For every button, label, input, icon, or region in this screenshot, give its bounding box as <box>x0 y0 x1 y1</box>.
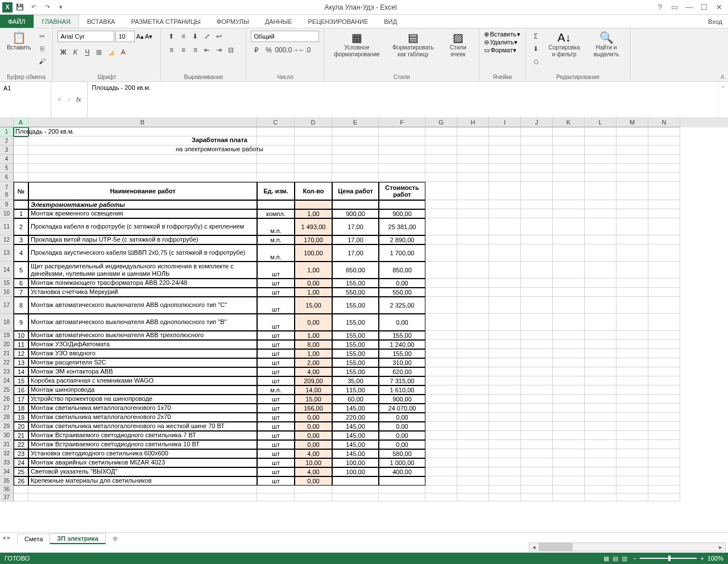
row-header[interactable]: 20 <box>0 340 14 349</box>
cell[interactable]: 0,00 <box>379 422 425 431</box>
cell[interactable] <box>553 182 585 200</box>
percent-icon[interactable]: % <box>263 44 274 56</box>
cell[interactable]: шт <box>257 431 295 440</box>
fill-color-button[interactable]: ◢ <box>105 47 117 58</box>
view-page-layout-icon[interactable]: ▤ <box>613 555 618 562</box>
cell[interactable] <box>585 476 617 486</box>
cell[interactable]: Монтаж расцепителя S2C <box>28 358 257 367</box>
cell[interactable]: шт <box>257 467 295 476</box>
increase-indent-icon[interactable]: ⇥ <box>213 44 225 56</box>
cell[interactable]: Монтаж автоматического выключателя АВВ о… <box>28 314 257 331</box>
cell[interactable]: 220,00 <box>332 413 379 422</box>
cell[interactable] <box>425 376 457 385</box>
underline-button[interactable]: Ч <box>81 47 93 58</box>
cell[interactable] <box>648 376 680 385</box>
cell[interactable] <box>425 182 457 200</box>
cell[interactable] <box>617 404 648 413</box>
cell[interactable]: шт <box>257 331 295 340</box>
cell[interactable]: шт <box>257 449 295 458</box>
cell[interactable] <box>457 136 489 146</box>
cell[interactable] <box>553 218 585 235</box>
cell[interactable] <box>28 173 257 182</box>
cell[interactable] <box>617 209 648 218</box>
cell[interactable] <box>425 467 457 476</box>
cell[interactable]: 0,00 <box>295 440 332 449</box>
formula-input[interactable]: Площадь - 200 кв.м. <box>88 82 718 117</box>
cell[interactable] <box>425 200 457 209</box>
cell[interactable]: 100,00 <box>332 458 379 467</box>
col-header[interactable]: I <box>489 117 521 127</box>
cell[interactable] <box>489 358 521 367</box>
cell[interactable] <box>521 367 553 376</box>
cell[interactable] <box>617 262 648 279</box>
cell[interactable] <box>14 486 28 494</box>
cell[interactable]: 1 000,00 <box>379 458 425 467</box>
cell[interactable] <box>489 155 521 164</box>
cell[interactable] <box>585 279 617 288</box>
cell[interactable] <box>457 209 489 218</box>
cell[interactable] <box>28 164 257 173</box>
cell[interactable] <box>648 164 680 173</box>
cell[interactable]: 16 <box>14 385 28 395</box>
col-header[interactable]: D <box>295 117 332 127</box>
row-header[interactable]: 6 <box>0 173 14 182</box>
cell[interactable] <box>521 297 553 314</box>
cell[interactable]: Монтаж УЗО вводного <box>28 349 257 358</box>
cell[interactable] <box>521 182 553 200</box>
cell[interactable] <box>648 440 680 449</box>
cell[interactable] <box>521 173 553 182</box>
cell[interactable] <box>617 136 648 146</box>
cell[interactable] <box>553 146 585 155</box>
cell[interactable] <box>585 431 617 440</box>
cell[interactable]: 900,00 <box>332 209 379 218</box>
cell[interactable] <box>457 314 489 331</box>
cell[interactable] <box>617 367 648 376</box>
cell[interactable] <box>521 279 553 288</box>
cell[interactable]: шт <box>257 476 295 486</box>
cell[interactable]: Монтаж шинопровода <box>28 385 257 395</box>
cell[interactable] <box>553 155 585 164</box>
cell[interactable] <box>425 449 457 458</box>
cell[interactable]: Коробка распаячная с клемниками WAGO <box>28 376 257 385</box>
cell[interactable] <box>617 146 648 155</box>
cell[interactable] <box>553 486 585 494</box>
maximize-icon[interactable]: ☐ <box>698 3 710 11</box>
cell[interactable] <box>585 467 617 476</box>
cell[interactable]: 4 <box>14 244 28 262</box>
cell[interactable]: 310,00 <box>379 358 425 367</box>
cell[interactable]: 2 <box>14 218 28 235</box>
cell[interactable] <box>457 340 489 349</box>
cell[interactable] <box>457 235 489 244</box>
cell[interactable]: 155,00 <box>379 331 425 340</box>
cell[interactable]: 550,00 <box>379 288 425 297</box>
col-header[interactable]: B <box>28 117 257 127</box>
row-header[interactable]: 2 <box>0 136 14 146</box>
scroll-thumb[interactable] <box>539 543 573 551</box>
cell[interactable] <box>617 385 648 395</box>
cell[interactable] <box>425 422 457 431</box>
cell[interactable] <box>617 182 648 200</box>
cell[interactable] <box>425 486 457 494</box>
cell[interactable] <box>457 476 489 486</box>
cell[interactable]: 4,00 <box>295 449 332 458</box>
cell[interactable] <box>425 331 457 340</box>
cell[interactable] <box>489 127 521 136</box>
cell[interactable]: шт <box>257 413 295 422</box>
cell[interactable] <box>457 449 489 458</box>
cell[interactable] <box>425 413 457 422</box>
row-header[interactable]: 18 <box>0 314 14 331</box>
row-header[interactable]: 16 <box>0 288 14 297</box>
cell[interactable]: 3 <box>14 235 28 244</box>
cell[interactable] <box>648 155 680 164</box>
cell[interactable] <box>617 476 648 486</box>
cell[interactable]: шт <box>257 297 295 314</box>
cell[interactable] <box>457 395 489 404</box>
cell[interactable] <box>295 173 332 182</box>
cell[interactable] <box>332 146 379 155</box>
minimize-icon[interactable]: — <box>684 3 695 11</box>
cell[interactable] <box>521 314 553 331</box>
cell[interactable]: 166,00 <box>295 404 332 413</box>
cell[interactable] <box>425 235 457 244</box>
delete-cells-button[interactable]: ⊖ Удалить ▾ <box>484 39 518 46</box>
cell[interactable] <box>489 200 521 209</box>
